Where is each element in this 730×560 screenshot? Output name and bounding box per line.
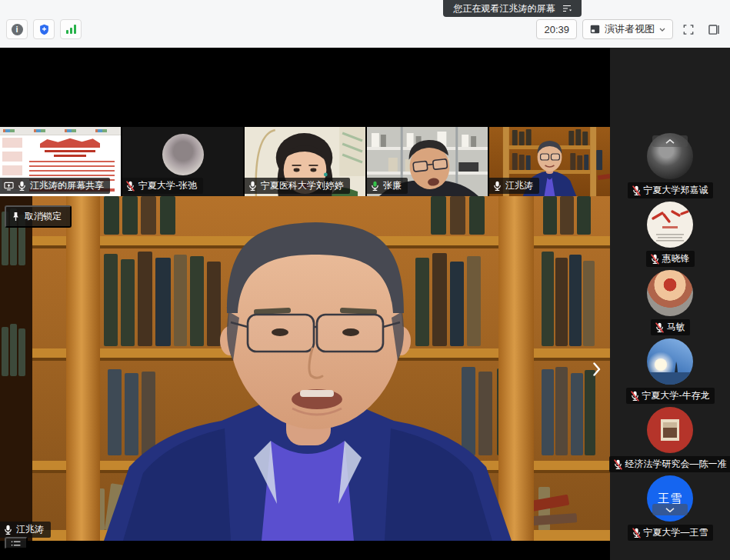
watching-screen-banner: 您正在观看江兆涛的屏幕 <box>443 0 582 17</box>
scroll-up-button[interactable] <box>652 135 688 147</box>
view-switch-button[interactable]: 演讲者视图 <box>582 19 673 39</box>
view-switch-label: 演讲者视图 <box>605 22 655 36</box>
mic-icon <box>4 525 12 535</box>
mic-muted-icon <box>651 254 659 265</box>
mic-icon <box>18 181 26 192</box>
mic-muted-icon <box>655 322 664 333</box>
network-signal-icon <box>66 25 76 34</box>
fullscreen-icon <box>683 24 694 35</box>
meeting-timer: 20:39 <box>536 19 577 39</box>
avatar <box>647 407 693 453</box>
meeting-time: 20:39 <box>544 24 569 35</box>
thumbnail-label: 江兆涛的屏幕共享 <box>0 178 110 194</box>
fullscreen-button[interactable] <box>678 19 698 39</box>
watching-screen-text: 您正在观看江兆涛的屏幕 <box>454 2 555 15</box>
pin-icon <box>12 212 20 222</box>
chevron-down-icon <box>665 508 675 512</box>
agenda-list-button[interactable] <box>5 537 28 549</box>
banner-menu-icon[interactable] <box>562 5 572 12</box>
thumbnail-name: 宁夏医科大学刘婷婷 <box>261 179 344 192</box>
landscape-avatar-art <box>647 338 693 385</box>
participant-name: 惠晓锋 <box>662 252 690 265</box>
meeting-window: i 20:39 演讲者视图 <box>0 0 730 560</box>
main-speaker-video: 取消锁定 江兆涛 <box>0 196 610 541</box>
speaker-view-icon <box>590 25 600 34</box>
toolbar-left-group: i <box>6 19 82 39</box>
mic-icon <box>248 181 257 192</box>
speaker-name: 江兆涛 <box>16 523 44 536</box>
participant-label: 宁夏大学—王雪 <box>628 525 713 541</box>
participant-name: 宁夏大学-牛存龙 <box>642 389 710 402</box>
document-avatar-art <box>647 202 693 248</box>
participant-mamin[interactable]: 马敏 <box>610 265 730 333</box>
participant-huixiaofeng[interactable]: 惠晓锋 <box>610 196 730 265</box>
chevron-up-icon <box>665 139 675 144</box>
chevron-down-icon <box>659 28 665 32</box>
thumbnail-name: 江兆涛的屏幕共享 <box>30 179 104 192</box>
thumbnail-label: 宁夏医科大学刘婷婷 <box>245 178 350 194</box>
security-button[interactable] <box>33 19 55 39</box>
meeting-stage: 江兆涛的屏幕共享 宁夏大学-张弛 <box>0 48 730 560</box>
thumbnail-name: 张廉 <box>383 179 402 192</box>
list-icon <box>11 540 22 547</box>
avatar <box>162 134 204 175</box>
thumbnail-name: 宁夏大学-张弛 <box>138 179 197 192</box>
scroll-down-button[interactable] <box>652 504 688 515</box>
thumbnail-label: 江兆涛 <box>489 178 539 194</box>
speaker-name-label: 江兆涛 <box>0 522 51 538</box>
mic-muted-icon <box>614 459 622 470</box>
mic-muted-icon <box>632 185 641 196</box>
mic-speaking-icon <box>371 181 379 192</box>
info-icon: i <box>12 24 23 35</box>
top-toolbar: i 20:39 演讲者视图 <box>0 0 730 48</box>
thumbnail-label: 宁夏大学-张弛 <box>122 178 203 194</box>
filmstrip: 江兆涛的屏幕共享 宁夏大学-张弛 <box>0 127 610 196</box>
shield-plus-icon <box>39 24 49 35</box>
participant-name: 宁夏大学—王雪 <box>644 526 708 539</box>
unpin-label: 取消锁定 <box>25 210 62 223</box>
thumbnail-label: 张廉 <box>367 178 408 194</box>
meeting-info-button[interactable]: i <box>6 19 28 39</box>
mic-muted-icon <box>632 528 641 538</box>
participant-name: 宁夏大学郑嘉诚 <box>644 184 708 197</box>
toolbar-right-group: 20:39 演讲者视图 <box>536 19 724 39</box>
participant-chenyizhun[interactable]: 经济法学研究会—陈一准 <box>610 402 730 470</box>
thumbnail-name: 江兆涛 <box>505 179 533 192</box>
participant-name: 经济法学研究会—陈一准 <box>625 458 727 471</box>
thumbnail-zhangchi[interactable]: 宁夏大学-张弛 <box>122 127 243 196</box>
unpin-button[interactable]: 取消锁定 <box>5 205 72 228</box>
participant-list: 宁夏大学郑嘉诚 惠晓锋 <box>610 128 730 538</box>
chevron-right-icon <box>593 361 601 378</box>
thumbnail-screen-share[interactable]: 江兆涛的屏幕共享 <box>0 127 121 196</box>
participant-niucunlong[interactable]: 宁夏大学-牛存龙 <box>610 333 730 402</box>
avatar <box>647 270 693 316</box>
book-cover-art <box>661 419 679 441</box>
thumbnail-jiangzhaotao[interactable]: 江兆涛 <box>489 127 610 196</box>
participant-name: 马敏 <box>667 321 685 334</box>
next-page-button[interactable] <box>588 358 605 381</box>
network-status-button[interactable] <box>60 19 82 39</box>
thumbnail-liutingting[interactable]: 宁夏医科大学刘婷婷 <box>245 127 365 196</box>
participants-sidebar: 宁夏大学郑嘉诚 惠晓锋 <box>610 48 730 560</box>
avatar <box>647 202 693 248</box>
sidebar-panel-icon <box>708 25 719 35</box>
screen-share-icon <box>4 182 14 191</box>
avatar <box>647 338 693 385</box>
thumbnail-zhanglian[interactable]: 张廉 <box>367 127 488 196</box>
mic-icon <box>493 181 502 192</box>
mic-muted-icon <box>631 391 639 402</box>
speaker-video-feed <box>0 196 610 541</box>
mic-muted-icon <box>126 181 135 192</box>
toggle-sidebar-button[interactable] <box>704 19 724 39</box>
